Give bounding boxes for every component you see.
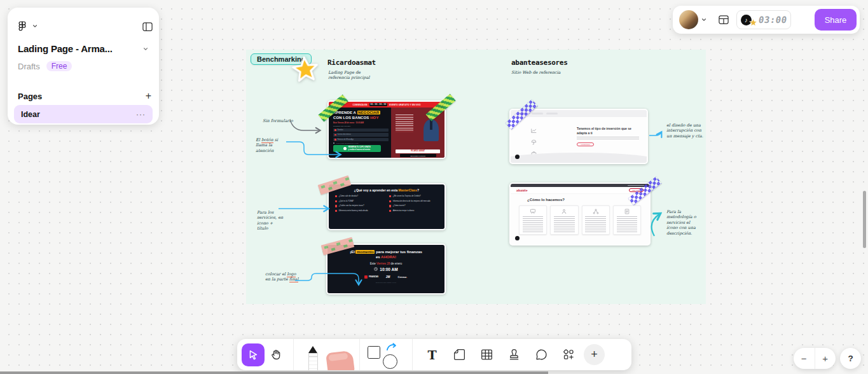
network-icon — [593, 209, 599, 214]
hero-note: Regístrate GRATIS aquí: — [333, 125, 389, 127]
invest-copy: Tenemos el tipo de inversión que se adap… — [577, 127, 640, 146]
timer-widget[interactable]: ♪ 03:00 — [736, 10, 791, 29]
star-icon — [749, 18, 757, 27]
sidebar-item-page-idear[interactable]: Idear ··· — [14, 105, 153, 123]
masterclass-item: Diferencia entre buena y mala deuda — [335, 210, 384, 212]
screenshot-content: abante Hazte cliente ¿Cómo lo hacemos? — [511, 184, 649, 244]
masterclass-item: ¿Me sirven las Tarjetas de Crédito? — [389, 195, 438, 197]
whiteboard-frame[interactable]: Benchmarking Ricardoasmat Lading Page de… — [246, 50, 706, 304]
screenshot-abante-invest[interactable]: Tenemos el tipo de inversión que se adap… — [509, 109, 648, 164]
video-caption: RICARDO ASMAT — [396, 149, 440, 154]
terms-row: Acepto recibir información del evento — [333, 142, 389, 144]
item-icon — [335, 205, 337, 207]
screenshot-content: COMIENZA EN 00 : 00 : 00 : 00 EVENTO GRA… — [329, 102, 444, 158]
shapes-tool-cluster[interactable] — [366, 339, 406, 370]
page-options-icon[interactable]: ··· — [136, 110, 146, 119]
marker-tip — [308, 346, 317, 353]
heading-red: AHORA! — [381, 255, 396, 259]
masterclass-item: ¿Qué es la TCEA? — [335, 200, 384, 202]
screenshot-content: Tenemos el tipo de inversión que se adap… — [511, 110, 647, 163]
figma-logo-icon[interactable] — [17, 20, 28, 32]
marker-tool[interactable] — [308, 346, 318, 371]
annotation-text: en la parte — [265, 277, 289, 282]
share-button[interactable]: Share — [815, 9, 857, 31]
screenshot-content: ¡El momento para mejorar tus finanzas es… — [327, 245, 444, 293]
connector-arrow-icon[interactable] — [385, 341, 397, 352]
annotation-metodologia-icono[interactable]: Para la metodología o servicios el ícono… — [666, 209, 702, 236]
add-page-button[interactable]: + — [146, 91, 151, 101]
screenshot-abante-how[interactable]: abante Hazte cliente ¿Cómo lo hacemos? — [509, 183, 651, 246]
eraser-tool[interactable] — [326, 350, 355, 370]
chart-icon — [531, 128, 537, 134]
top-right-toolbar: ♪ 03:00 Share — [673, 6, 860, 34]
column-subtitle-ricardo[interactable]: Lading Page de referencia principal — [328, 70, 374, 81]
chat-widget — [515, 236, 520, 240]
speaker-torso — [424, 120, 439, 141]
card-text-placeholder — [523, 216, 544, 233]
heading-highlight: MasterClass — [399, 188, 417, 192]
comment-tool[interactable] — [528, 343, 555, 367]
select-tool[interactable] — [242, 343, 265, 366]
card-text-placeholder — [554, 216, 575, 233]
item-icon — [335, 200, 337, 202]
terms-text: Acepto recibir información del evento — [336, 142, 359, 144]
sticky-note-icon — [453, 348, 466, 361]
horizontal-scrollbar[interactable] — [0, 371, 548, 374]
marker-body — [308, 356, 318, 371]
column-subtitle-abante[interactable]: Sitio Web de referencia — [511, 70, 581, 75]
banner-text: COMIENZA EN — [352, 104, 367, 106]
annotation-diseno-interrupcion[interactable]: el diseño de una interrupción con un men… — [666, 123, 706, 139]
plan-badge[interactable]: Free — [46, 61, 72, 71]
zoom-controls: − + — [794, 348, 836, 369]
logo-mark — [364, 275, 368, 279]
screenshot-ricardo-hero[interactable]: COMIENZA EN 00 : 00 : 00 : 00 EVENTO GRA… — [327, 100, 446, 159]
annotation-servicios-icono[interactable]: Para los servicios, en icono + título — [257, 210, 284, 232]
hero-date: Este Viernes 28 de enero · 10:00 AM — [333, 121, 389, 124]
annotation-boton-atencion[interactable]: El botón si llama la atención — [256, 137, 284, 153]
heading-part: ¿Qué voy a aprender en esta — [354, 188, 399, 192]
avatar[interactable] — [679, 10, 698, 29]
timer-value: 03:00 — [758, 15, 788, 25]
slide-text-placeholder — [394, 113, 415, 134]
screenshot-closing[interactable]: ¡El momento para mejorar tus finanzas es… — [326, 244, 446, 294]
chevron-down-icon[interactable] — [142, 46, 149, 52]
widgets-tool[interactable] — [555, 343, 582, 367]
annotation-colocar-logo[interactable]: colocar el logo en la parte final — [265, 272, 300, 282]
sticky-note-tool[interactable] — [446, 343, 473, 367]
masterclass-item: Administrar mejor tu dinero — [389, 210, 438, 212]
chevron-down-icon[interactable] — [701, 17, 707, 23]
cursor-icon — [247, 349, 259, 361]
star-sticker[interactable] — [291, 55, 320, 83]
field-placeholder: Correo electrónico — [338, 134, 351, 135]
zoom-in-button[interactable]: + — [815, 348, 836, 369]
table-tool[interactable] — [473, 343, 500, 367]
text-tool[interactable]: T — [418, 343, 446, 367]
help-button[interactable]: ? — [840, 348, 861, 369]
how-cards — [519, 205, 641, 235]
screenshot-masterclass[interactable]: ¿Qué voy a aprender en esta MasterClass?… — [327, 183, 446, 230]
masterclass-heading: ¿Qué voy a aprender en esta MasterClass? — [329, 188, 444, 192]
toolbar-divider — [359, 339, 360, 370]
vertical-scrollbar[interactable] — [863, 191, 866, 248]
square-shape-icon[interactable] — [368, 346, 380, 359]
feature-icons — [531, 128, 537, 156]
masterclass-item: Información directa de los mejores del m… — [389, 200, 438, 202]
collapse-panel-icon[interactable] — [141, 20, 154, 33]
item-icon — [389, 200, 391, 202]
file-title-row[interactable]: Lading Page - Arma... — [18, 43, 149, 54]
hand-tool[interactable] — [265, 343, 287, 366]
partner-logos: FINANZAS 2M Crezco. — [327, 275, 444, 279]
minimap-icon[interactable] — [717, 13, 730, 26]
wave-decoration — [511, 153, 647, 163]
drafts-breadcrumb[interactable]: Drafts — [18, 62, 40, 71]
column-title-ricardoasmat[interactable]: Ricardoasmat — [327, 59, 376, 67]
chevron-down-icon[interactable] — [32, 23, 38, 29]
add-tool-button[interactable]: + — [584, 344, 605, 365]
annotation-sin-formulario[interactable]: Sin formulario — [263, 118, 303, 123]
circle-shape-icon[interactable] — [383, 354, 397, 369]
column-title-abanteasesores[interactable]: abanteasesores — [511, 59, 568, 67]
field-placeholder: Número de WhatsApp — [338, 139, 354, 141]
video-subcaption: Especialista en finanzas — [400, 154, 436, 157]
stamp-tool[interactable] — [500, 343, 528, 367]
zoom-out-button[interactable]: − — [794, 348, 815, 369]
